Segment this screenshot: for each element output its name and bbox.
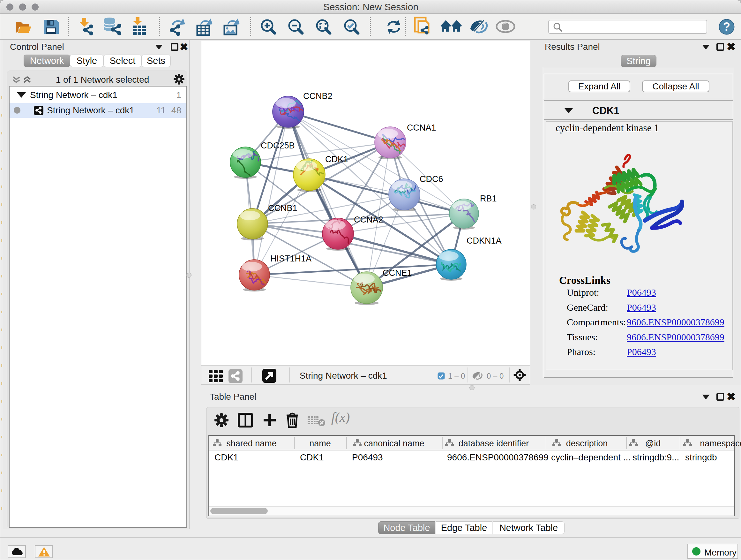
- svg-text:CCNE1: CCNE1: [383, 268, 412, 278]
- svg-text:CCNB1: CCNB1: [268, 203, 297, 213]
- svg-text:CCNA2: CCNA2: [354, 215, 383, 225]
- svg-text:?: ?: [723, 20, 730, 33]
- svg-text:CCNB2: CCNB2: [303, 91, 333, 101]
- svg-text:CDC25B: CDC25B: [261, 141, 295, 150]
- svg-text:CCNA1: CCNA1: [407, 123, 436, 132]
- svg-text:CDC6: CDC6: [420, 174, 443, 184]
- svg-text:CDKN1A: CDKN1A: [467, 236, 502, 246]
- svg-text:CDK1: CDK1: [325, 154, 348, 164]
- svg-text:HIST1H1A: HIST1H1A: [270, 254, 312, 263]
- svg-text:RB1: RB1: [480, 194, 497, 203]
